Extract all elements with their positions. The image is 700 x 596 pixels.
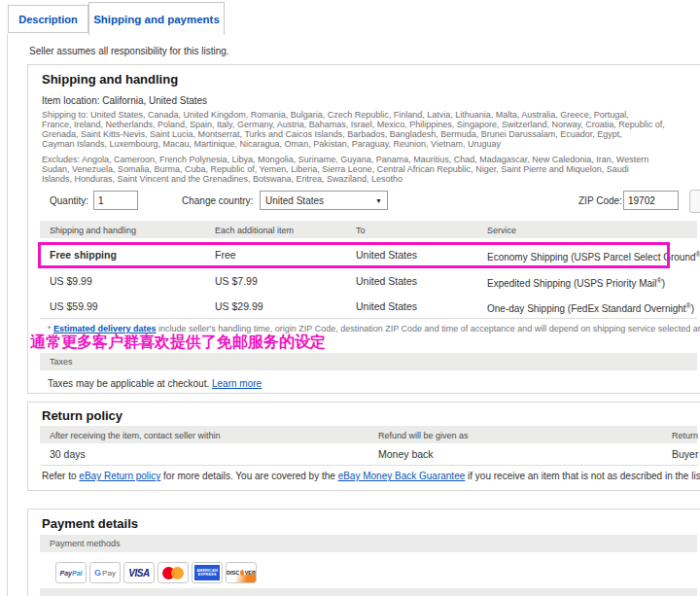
next-section-header-bar <box>40 588 697 596</box>
tab-description[interactable]: Description <box>8 5 88 33</box>
seller-responsibility-note: Seller assumes all responsibility for th… <box>29 46 229 56</box>
column-header: To <box>356 226 366 235</box>
page-border <box>7 34 8 596</box>
taxes-header-label: Taxes <box>50 357 73 367</box>
table-bottom-rule <box>40 465 697 466</box>
row-service: Economy Shipping (USPS Parcel Select Gro… <box>487 251 700 263</box>
payment-details-section: Payment details Payment methods PayPal G… <box>27 508 700 596</box>
section-title-shipping: Shipping and handling <box>42 72 178 87</box>
return-policy-refer-text: Refer to eBay Return policy for more det… <box>42 471 700 481</box>
chevron-down-icon: ▼ <box>375 197 382 204</box>
taxes-header-bar: Taxes <box>40 353 697 370</box>
quantity-input[interactable] <box>93 191 138 210</box>
row-to: United States <box>356 249 417 261</box>
google-pay-icon: GPay <box>89 562 121 583</box>
excludes-paragraph: Excludes: Angola, Cameroon, French Polyn… <box>42 155 648 184</box>
ships-to-line: Cayman Islands, Luxembourg, Macau, Marti… <box>42 139 665 149</box>
quantity-label: Quantity: <box>50 195 88 206</box>
column-header: Shipping and handling <box>50 226 136 235</box>
row-additional: US $29.99 <box>215 300 263 312</box>
payment-methods-header-bar: Payment methods <box>40 535 697 552</box>
ships-to-line: Shipping to: United States, Canada, Unit… <box>42 110 665 120</box>
ships-to-paragraph: Shipping to: United States, Canada, Unit… <box>42 110 665 149</box>
column-header: Service <box>487 226 516 235</box>
column-header: Each additional item <box>215 226 294 235</box>
change-country-label: Change country: <box>182 195 253 206</box>
discover-orange-dot <box>240 570 245 576</box>
taxes-text: Taxes may be applicable at checkout. Lea… <box>48 378 262 389</box>
item-location: Item location: California, United States <box>42 95 207 106</box>
shipping-table-header-bar <box>40 221 697 238</box>
excludes-line: Excludes: Angola, Cameroon, French Polyn… <box>42 155 648 164</box>
row-cost: Free shipping <box>50 249 117 261</box>
excludes-line: Sudan, Venezuela, Somalia, Burma, Cuba, … <box>42 164 648 174</box>
chinese-annotation: 通常更多客户群喜欢提供了免邮服务的设定 <box>30 333 326 353</box>
discover-icon: DISCVER <box>226 562 257 583</box>
row-to: United States <box>356 300 417 312</box>
country-select-value: United States <box>265 195 324 206</box>
table-bottom-rule <box>40 318 697 319</box>
country-select[interactable]: United States ▼ <box>260 191 388 210</box>
discover-swoosh <box>227 575 256 582</box>
section-title-payment: Payment details <box>42 516 138 531</box>
taxes-learn-more-link[interactable]: Learn more <box>212 378 262 389</box>
zip-code-label: ZIP Code: <box>578 195 622 206</box>
ebay-return-policy-link[interactable]: eBay Return policy <box>79 471 160 481</box>
visa-icon: VISA <box>123 562 155 583</box>
ebay-listing-page: { "tabs": { "description": "Description"… <box>0 0 700 596</box>
row-cost: US $9.99 <box>50 275 92 287</box>
american-express-icon: AMERICANEXPRESS <box>192 562 223 583</box>
shipping-and-handling-section: Shipping and handling Item location: Cal… <box>27 64 700 394</box>
ships-to-line: France, Ireland, Netherlands, Poland, Sp… <box>42 120 665 129</box>
payment-methods-row: PayPal GPay VISA AMERICANEXPRESS DISCVER <box>55 562 257 583</box>
ships-to-line: Grenada, Saint Kitts-Nevis, Saint Lucia,… <box>42 129 665 139</box>
zip-code-input[interactable] <box>623 191 679 210</box>
mastercard-icon <box>158 562 189 583</box>
column-header: Return shipping <box>672 431 700 440</box>
return-policy-section: Return policy After receiving the item, … <box>27 402 700 491</box>
row-cost: US $59.99 <box>50 300 98 312</box>
row-to: United States <box>356 275 417 287</box>
tab-description-label: Description <box>18 14 78 25</box>
excludes-line: Islands, Honduras, Saint Vincent and the… <box>42 174 648 184</box>
money-back-guarantee-link[interactable]: eBay Money Back Guarantee <box>338 471 466 481</box>
tab-shipping-and-payments[interactable]: Shipping and payments <box>88 2 225 35</box>
column-header: Refund will be given as <box>378 431 469 440</box>
return-shipping-payer: Buyer pays for return shipping <box>672 448 700 460</box>
paypal-icon: PayPal <box>55 562 87 583</box>
get-rates-button[interactable]: Get Rates <box>689 190 700 213</box>
column-header: After receiving the item, contact seller… <box>50 431 221 440</box>
payment-methods-label: Payment methods <box>50 539 121 548</box>
row-service: Expedited Shipping (USPS Priority Mail®) <box>487 277 665 289</box>
return-window: 30 days <box>50 448 86 460</box>
tab-shipping-label: Shipping and payments <box>93 14 220 25</box>
section-title-return-policy: Return policy <box>42 408 122 423</box>
row-additional: Free <box>215 249 236 261</box>
row-service: One-day Shipping (FedEx Standard Overnig… <box>487 302 694 314</box>
row-additional: US $7.99 <box>215 275 258 287</box>
refund-type: Money back <box>378 448 434 460</box>
